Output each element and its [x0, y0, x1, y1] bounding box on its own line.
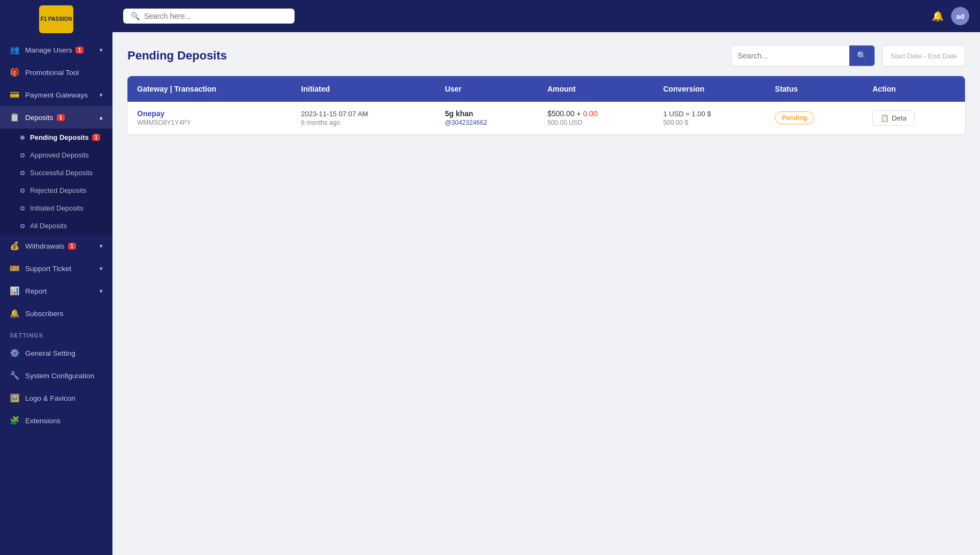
logo-favicon-icon: 🖼️ — [10, 393, 20, 403]
sidebar-item-successful-deposits[interactable]: Successful Deposits — [0, 164, 112, 182]
sidebar-item-all-deposits[interactable]: All Deposits — [0, 217, 112, 235]
amount-main: $500.00 + 0.00 — [547, 109, 644, 118]
support-ticket-icon: 🎫 — [10, 264, 20, 273]
main-content: 🔍 🔔 ad Pending Deposits 🔍 Start Date - E… — [112, 0, 980, 555]
pending-deposits-badge: 1 — [92, 134, 101, 141]
sidebar-item-report[interactable]: 📊 Report ▾ — [0, 280, 112, 302]
col-gateway-transaction: Gateway | Transaction — [127, 76, 291, 102]
detail-label: Deta — [892, 114, 906, 122]
amount-bonus: 0.00 — [583, 109, 598, 118]
user-handle: @3042324662 — [445, 119, 528, 126]
col-amount: Amount — [538, 76, 653, 102]
sidebar-label-logo-favicon: Logo & Favicon — [25, 394, 76, 402]
successful-deposits-dot — [20, 171, 25, 175]
table-row: Onepay WMMSO8Y1Y4PY 2023-11-15 07:07 AM … — [127, 102, 965, 134]
report-arrow: ▾ — [100, 288, 103, 295]
sidebar-item-withdrawals[interactable]: 💰 Withdrawals 1 ▾ — [0, 235, 112, 257]
sidebar-label-extensions: Extensions — [25, 417, 61, 425]
gateway-link[interactable]: Onepay — [137, 109, 164, 118]
sidebar-item-pending-deposits[interactable]: Pending Deposits 1 — [0, 129, 112, 146]
system-configuration-icon: 🔧 — [10, 371, 20, 380]
sidebar-item-subscribers[interactable]: 🔔 Subscribers — [0, 302, 112, 325]
col-initiated: Initiated — [291, 76, 435, 102]
cell-initiated: 2023-11-15 07:07 AM 6 months ago — [291, 102, 435, 134]
pending-deposits-label: Pending Deposits — [30, 133, 89, 141]
manage-users-arrow: ▾ — [100, 47, 103, 54]
page-title: Pending Deposits — [127, 49, 723, 63]
deposits-table: Gateway | Transaction Initiated User Amo… — [127, 76, 965, 134]
sidebar-label-support-ticket: Support Ticket — [25, 265, 71, 273]
initiated-ago: 6 months ago — [301, 119, 425, 126]
sidebar-item-promotional-tool[interactable]: 🎁 Promotional Tool — [0, 61, 112, 84]
table-header-row: Gateway | Transaction Initiated User Amo… — [127, 76, 965, 102]
topbar-right: 🔔 ad — [932, 7, 969, 25]
header-search[interactable]: 🔍 — [731, 45, 875, 66]
header-search-button[interactable]: 🔍 — [849, 46, 875, 66]
status-badge: Pending — [775, 111, 814, 124]
sidebar-label-manage-users: Manage Users — [25, 46, 72, 54]
transaction-id: WMMSO8Y1Y4PY — [137, 119, 282, 126]
pending-deposits-dot — [20, 136, 25, 140]
initiated-deposits-dot — [20, 206, 25, 211]
sidebar-label-withdrawals: Withdrawals — [25, 242, 65, 250]
sidebar-item-general-setting[interactable]: ⚙️ General Setting — [0, 342, 112, 364]
sidebar-label-system-configuration: System Configuration — [25, 372, 94, 380]
sidebar-label-deposits: Deposits — [25, 114, 54, 122]
withdrawals-icon: 💰 — [10, 241, 20, 251]
user-name: 5g khan — [445, 109, 528, 118]
date-range-picker[interactable]: Start Date - End Date — [883, 45, 965, 66]
sidebar-label-payment-gateways: Payment Gateways — [25, 91, 88, 99]
manage-users-icon: 👥 — [10, 45, 20, 55]
deposits-icon: 📋 — [10, 112, 20, 122]
topbar: 🔍 🔔 ad — [112, 0, 980, 32]
rejected-deposits-label: Rejected Deposits — [30, 186, 87, 194]
notifications-button[interactable]: 🔔 — [932, 10, 944, 22]
payment-gateways-arrow: ▾ — [100, 92, 103, 99]
sidebar-logo: F1 PASSION — [0, 0, 112, 39]
promotional-tool-icon: 🎁 — [10, 68, 20, 77]
cell-user: 5g khan @3042324662 — [435, 102, 538, 134]
approved-deposits-label: Approved Deposits — [30, 151, 89, 159]
cell-conversion: 1 USD = 1.00 $ 500.00 $ — [653, 102, 765, 134]
all-deposits-label: All Deposits — [30, 222, 67, 230]
sidebar-item-deposits[interactable]: 📋 Deposits 1 ▴ — [0, 106, 112, 129]
conversion-total: 500.00 $ — [663, 119, 756, 126]
sidebar-item-manage-users[interactable]: 👥 Manage Users 1 ▾ — [0, 39, 112, 61]
col-user: User — [435, 76, 538, 102]
all-deposits-dot — [20, 224, 25, 228]
avatar[interactable]: ad — [951, 7, 969, 25]
sidebar-item-approved-deposits[interactable]: Approved Deposits — [0, 146, 112, 164]
sidebar-item-support-ticket[interactable]: 🎫 Support Ticket ▾ — [0, 257, 112, 280]
topbar-search-box[interactable]: 🔍 — [123, 9, 295, 24]
sidebar-item-initiated-deposits[interactable]: Initiated Deposits — [0, 199, 112, 217]
sidebar-label-report: Report — [25, 287, 47, 295]
detail-button[interactable]: 📋 Deta — [872, 110, 914, 126]
extensions-icon: 🧩 — [10, 416, 20, 425]
sidebar-item-system-configuration[interactable]: 🔧 System Configuration — [0, 364, 112, 387]
general-setting-icon: ⚙️ — [10, 348, 20, 358]
page-body: Pending Deposits 🔍 Start Date - End Date… — [112, 32, 980, 555]
deposits-badge: 1 — [57, 114, 65, 121]
sidebar: F1 PASSION 👥 Manage Users 1 ▾ 🎁 Promotio… — [0, 0, 112, 555]
support-ticket-arrow: ▾ — [100, 265, 103, 272]
cell-status: Pending — [765, 102, 863, 134]
deposits-table-container: Gateway | Transaction Initiated User Amo… — [127, 76, 965, 134]
header-search-input[interactable] — [732, 51, 849, 60]
sidebar-item-logo-favicon[interactable]: 🖼️ Logo & Favicon — [0, 387, 112, 409]
sidebar-item-rejected-deposits[interactable]: Rejected Deposits — [0, 182, 112, 199]
initiated-deposits-label: Initiated Deposits — [30, 204, 84, 212]
logo: F1 PASSION — [39, 5, 73, 33]
page-header: Pending Deposits 🔍 Start Date - End Date — [127, 45, 965, 66]
cell-action: 📋 Deta — [863, 102, 965, 134]
sidebar-item-payment-gateways[interactable]: 💳 Payment Gateways ▾ — [0, 84, 112, 106]
deposits-submenu: Pending Deposits 1 Approved Deposits Suc… — [0, 129, 112, 235]
report-icon: 📊 — [10, 286, 20, 296]
col-status: Status — [765, 76, 863, 102]
approved-deposits-dot — [20, 153, 25, 158]
cell-gateway-transaction: Onepay WMMSO8Y1Y4PY — [127, 102, 291, 134]
col-action: Action — [863, 76, 965, 102]
col-conversion: Conversion — [653, 76, 765, 102]
sidebar-label-promotional-tool: Promotional Tool — [25, 69, 79, 77]
topbar-search-input[interactable] — [144, 12, 287, 20]
sidebar-item-extensions[interactable]: 🧩 Extensions — [0, 409, 112, 432]
